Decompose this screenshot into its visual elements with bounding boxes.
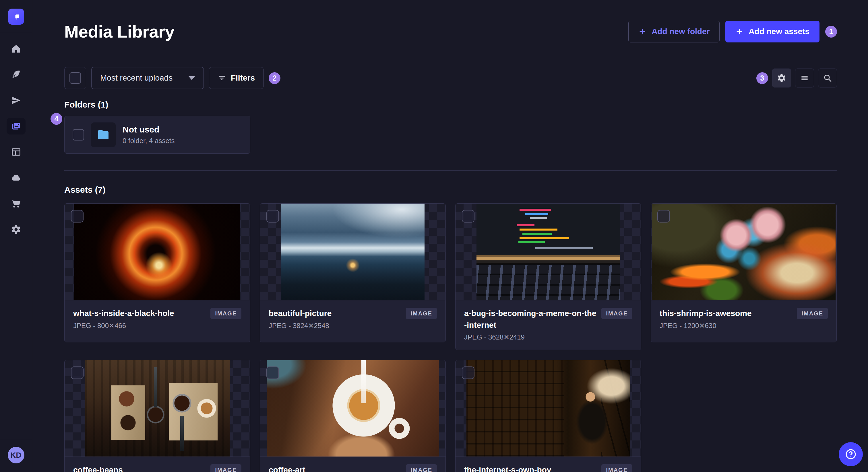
asset-info: this-shrimp-is-awesome JPEG - 1200✕630 I… (651, 300, 836, 342)
plus-icon (639, 28, 646, 36)
asset-type-badge: IMAGE (797, 308, 828, 319)
asset-type-badge: IMAGE (406, 464, 437, 472)
folder-card[interactable]: Not used 0 folder, 4 assets (64, 116, 250, 154)
sidebar-item-media-library[interactable] (7, 118, 26, 134)
asset-thumbnail (456, 204, 641, 300)
asset-info: beautiful-picture JPEG - 3824✕2548 IMAGE (260, 300, 445, 342)
add-new-assets-label: Add new assets (749, 27, 809, 36)
asset-type-badge: IMAGE (601, 464, 632, 472)
sidebar-item-settings[interactable] (7, 221, 26, 238)
asset-checkbox[interactable] (71, 210, 84, 223)
filter-icon (218, 74, 226, 82)
section-divider (64, 170, 837, 171)
assets-section: Assets (7) what-s-inside-a-black-hole JP… (64, 185, 837, 472)
asset-checkbox[interactable] (267, 367, 279, 379)
asset-thumbnail (65, 204, 250, 300)
sort-dropdown[interactable]: Most recent uploads (91, 67, 204, 89)
settings-button[interactable] (772, 69, 791, 88)
asset-card-coffee-art[interactable]: coffee-art JPEG - 5824✕3259 IMAGE (260, 360, 446, 472)
asset-title: the-internet-s-own-boy (464, 464, 597, 472)
asset-title: beautiful-picture (269, 308, 401, 319)
asset-card-black-hole[interactable]: what-s-inside-a-black-hole JPEG - 800✕46… (64, 203, 250, 342)
asset-image-coffee-art (267, 360, 439, 457)
sidebar: KD (0, 0, 32, 472)
sidebar-item-content-type-builder[interactable] (7, 144, 26, 160)
asset-card-shrimp[interactable]: this-shrimp-is-awesome JPEG - 1200✕630 I… (651, 203, 837, 342)
folder-tile (91, 123, 116, 147)
asset-image-mountains (281, 204, 425, 300)
sidebar-item-content[interactable] (7, 66, 26, 83)
asset-info: a-bug-is-becoming-a-meme-on-the-internet… (456, 300, 641, 350)
plus-icon (735, 28, 743, 36)
feather-icon (11, 69, 21, 80)
asset-title: a-bug-is-becoming-a-meme-on-the-internet (464, 308, 597, 331)
sidebar-item-home[interactable] (7, 40, 26, 57)
tour-step-badge-2: 2 (269, 72, 280, 84)
help-button[interactable] (839, 442, 863, 466)
asset-card-coffee-beans[interactable]: coffee-beans JPEG - 5021✕3347 IMAGE (64, 360, 250, 472)
select-all-box[interactable] (64, 67, 86, 89)
layout-icon (11, 147, 21, 157)
folder-meta: 0 folder, 4 assets (123, 137, 175, 145)
sidebar-item-deploy[interactable] (7, 169, 26, 186)
avatar[interactable]: KD (8, 447, 24, 463)
asset-title: what-s-inside-a-black-hole (73, 308, 206, 319)
asset-card-code[interactable]: a-bug-is-becoming-a-meme-on-the-internet… (455, 203, 641, 350)
search-button[interactable] (818, 69, 837, 88)
sidebar-item-releases[interactable] (7, 92, 26, 109)
toolbar-right: 3 (756, 69, 837, 88)
add-new-folder-button[interactable]: Add new folder (628, 21, 720, 42)
asset-info: coffee-beans JPEG - 5021✕3347 IMAGE (65, 457, 250, 472)
assets-heading: Assets (7) (64, 185, 837, 195)
asset-card-mountains[interactable]: beautiful-picture JPEG - 3824✕2548 IMAGE (260, 203, 446, 342)
asset-info: coffee-art JPEG - 5824✕3259 IMAGE (260, 457, 445, 472)
asset-image-code (476, 204, 620, 300)
asset-image-shrimp (652, 204, 836, 300)
asset-thumbnail (260, 204, 445, 300)
sidebar-nav (0, 40, 32, 238)
asset-type-badge: IMAGE (406, 308, 437, 319)
folder-icon (96, 128, 110, 142)
asset-checkbox[interactable] (657, 210, 670, 223)
asset-info: what-s-inside-a-black-hole JPEG - 800✕46… (65, 300, 250, 342)
gear-icon (777, 73, 786, 82)
asset-checkbox[interactable] (462, 210, 474, 223)
filters-button[interactable]: Filters (209, 67, 264, 89)
folder-name: Not used (123, 125, 175, 134)
asset-thumbnail (456, 360, 641, 457)
list-view-button[interactable] (795, 69, 814, 88)
strapi-logo-icon[interactable] (8, 9, 24, 25)
asset-type-badge: IMAGE (601, 308, 632, 319)
asset-thumbnail (65, 360, 250, 457)
sidebar-divider-bottom (0, 439, 32, 439)
sidebar-item-marketplace[interactable] (7, 195, 26, 212)
add-new-assets-button[interactable]: Add new assets (725, 21, 819, 42)
cart-icon (11, 198, 21, 209)
asset-type-badge: IMAGE (210, 464, 241, 472)
asset-thumbnail (651, 204, 836, 300)
list-icon (800, 73, 809, 82)
add-new-folder-label: Add new folder (652, 27, 710, 36)
sidebar-divider (0, 33, 32, 33)
question-mark-icon (845, 448, 857, 460)
main-content: Media Library Add new folder Add new ass… (32, 0, 868, 472)
home-icon (11, 43, 21, 54)
asset-meta: JPEG - 3824✕2548 (269, 322, 401, 330)
asset-card-library[interactable]: the-internet-s-own-boy JPEG - 1200✕707 I… (455, 360, 641, 472)
folders-heading: Folders (1) (64, 100, 837, 109)
paper-plane-icon (11, 95, 21, 105)
asset-meta: JPEG - 3628✕2419 (464, 333, 597, 341)
asset-type-badge: IMAGE (210, 308, 241, 319)
select-all-checkbox[interactable] (69, 72, 81, 84)
asset-checkbox[interactable] (71, 367, 84, 379)
page-header: Media Library Add new folder Add new ass… (64, 0, 837, 42)
chevron-down-icon (189, 76, 195, 80)
asset-title: coffee-beans (73, 464, 206, 472)
toolbar: Most recent uploads Filters 2 3 (64, 67, 837, 89)
asset-grid: what-s-inside-a-black-hole JPEG - 800✕46… (64, 203, 837, 472)
asset-image-coffee-beans (85, 360, 229, 457)
folder-checkbox[interactable] (73, 129, 84, 140)
asset-meta: JPEG - 1200✕630 (660, 322, 792, 330)
asset-checkbox[interactable] (267, 210, 279, 223)
asset-checkbox[interactable] (462, 367, 474, 379)
